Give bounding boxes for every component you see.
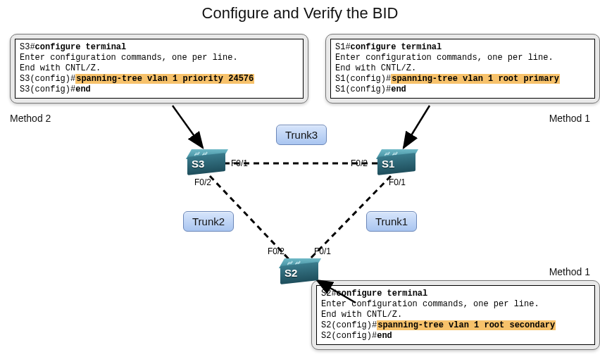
terminal-s3: S3#configure terminal Enter configuratio… — [10, 34, 308, 103]
switch-s2: ⇄ ⇄ S2 — [277, 257, 321, 287]
trunk3-label: Trunk3 — [276, 125, 327, 145]
page-title: Configure and Verify the BID — [0, 4, 600, 23]
port-s1-f02: F0/2 — [351, 158, 368, 168]
terminal-s2-content: S2#configure terminal Enter configuratio… — [316, 285, 595, 345]
method-label-s2: Method 1 — [549, 266, 590, 277]
terminal-s1-content: S1#configure terminal Enter configuratio… — [330, 39, 595, 99]
port-s3-f02: F0/2 — [194, 177, 211, 187]
highlight-s1-command: spanning-tree vlan 1 root primary — [391, 74, 560, 84]
terminal-s2: S2#configure terminal Enter configuratio… — [311, 280, 600, 350]
highlight-s3-command: spanning-tree vlan 1 priority 24576 — [75, 74, 254, 84]
svg-line-4 — [404, 106, 430, 148]
switch-s2-label: S2 — [285, 267, 297, 279]
svg-line-3 — [173, 106, 203, 148]
terminal-s1: S1#configure terminal Enter configuratio… — [325, 34, 600, 103]
method-label-s1: Method 1 — [549, 113, 590, 124]
port-s3-f01: F0/1 — [231, 158, 248, 168]
switch-s1-label: S1 — [382, 158, 394, 170]
port-s1-f01: F0/1 — [389, 177, 406, 187]
port-s2-f01: F0/1 — [314, 246, 331, 256]
switch-s3: ⇄ ⇄ S3 — [185, 148, 228, 177]
terminal-s3-content: S3#configure terminal Enter configuratio… — [15, 39, 304, 99]
switch-s3-label: S3 — [192, 158, 204, 170]
trunk1-label: Trunk1 — [366, 211, 417, 232]
highlight-s2-command: spanning-tree vlan 1 root secondary — [377, 320, 556, 330]
diagram-stage: Configure and Verify the BID S3#configur… — [0, 0, 600, 364]
trunk2-label: Trunk2 — [183, 211, 234, 232]
switch-s1: ⇄ ⇄ S1 — [375, 148, 418, 177]
port-s2-f02: F0/2 — [268, 246, 285, 256]
method-label-s3: Method 2 — [10, 113, 51, 124]
